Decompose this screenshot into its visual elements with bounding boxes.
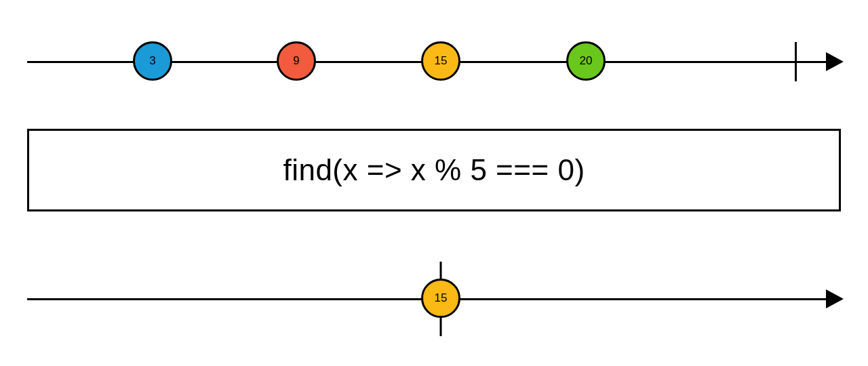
output-marble: 15 bbox=[421, 279, 460, 318]
input-marble: 15 bbox=[421, 41, 460, 81]
arrow-right-icon bbox=[826, 289, 844, 308]
marble-value: 9 bbox=[293, 54, 299, 68]
marble-value: 20 bbox=[580, 54, 593, 68]
operator-box: find(x => x % 5 === 0) bbox=[27, 129, 841, 211]
input-marble: 20 bbox=[566, 41, 606, 81]
input-marble: 9 bbox=[277, 41, 316, 81]
marble-value: 3 bbox=[149, 54, 155, 68]
marble-value: 15 bbox=[435, 291, 448, 305]
completion-tick bbox=[795, 42, 797, 81]
operator-label: find(x => x % 5 === 0) bbox=[283, 153, 585, 187]
arrow-right-icon bbox=[826, 52, 844, 71]
marble-value: 15 bbox=[435, 54, 448, 68]
marble-diagram: { "colors": { "blue": "#1a9bd7", "red": … bbox=[0, 0, 868, 366]
input-marble: 3 bbox=[133, 41, 172, 81]
